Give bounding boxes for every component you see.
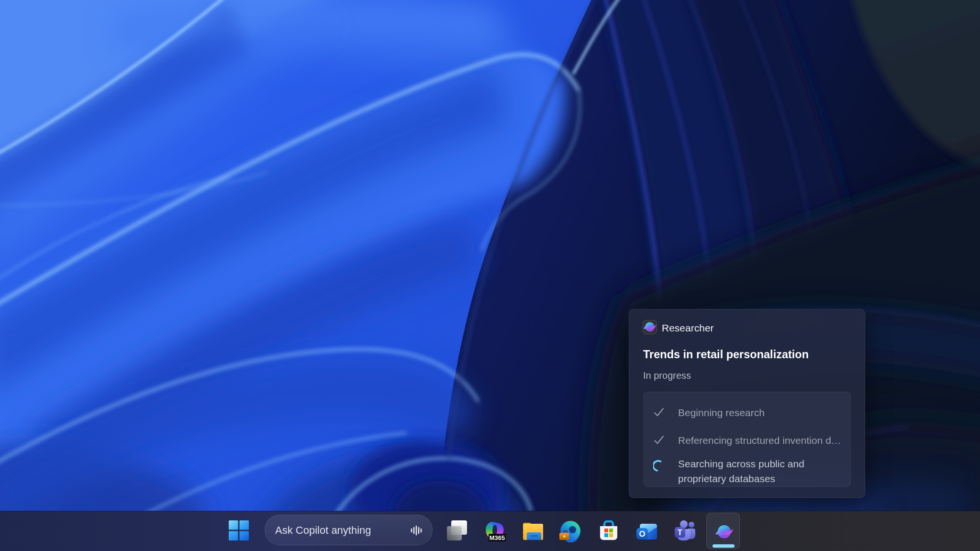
svg-text:T: T	[678, 529, 682, 537]
svg-text:M365: M365	[490, 534, 505, 541]
svg-text:O: O	[639, 529, 645, 539]
